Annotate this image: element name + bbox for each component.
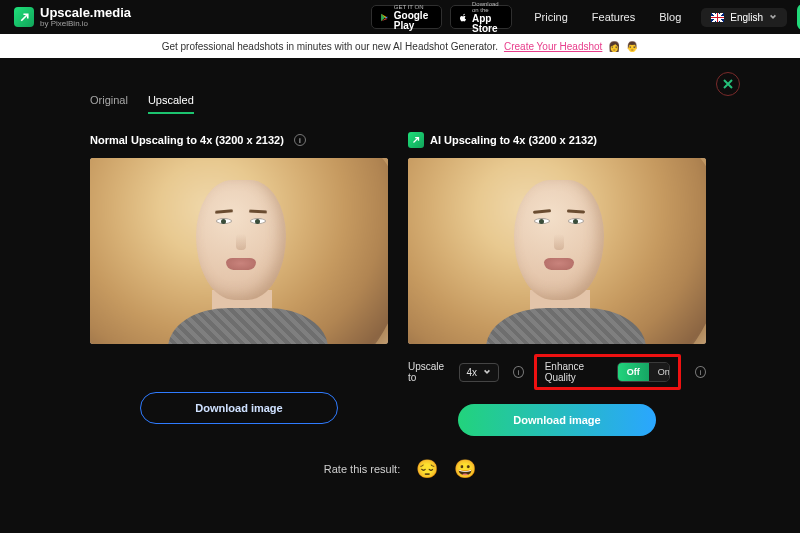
chevron-down-icon xyxy=(769,13,777,21)
tab-original[interactable]: Original xyxy=(90,94,128,114)
upscale-factor-value: 4x xyxy=(467,367,478,378)
brand-title: Upscale.media xyxy=(40,6,131,19)
app-store-badge[interactable]: Download on the App Store xyxy=(450,5,513,29)
rate-bad-emoji-icon[interactable]: 😔 xyxy=(416,458,438,480)
enhance-quality-toggle[interactable]: Off On xyxy=(617,362,671,382)
nav-pricing[interactable]: Pricing xyxy=(534,11,568,23)
info-icon[interactable]: i xyxy=(294,134,306,146)
upscale-factor-dropdown[interactable]: 4x xyxy=(459,363,500,382)
ai-upscale-icon xyxy=(408,132,424,148)
promo-text: Get professional headshots in minutes wi… xyxy=(162,41,498,52)
info-icon[interactable]: i xyxy=(695,366,706,378)
info-icon[interactable]: i xyxy=(513,366,524,378)
normal-preview-image xyxy=(90,158,388,344)
apple-icon xyxy=(459,11,467,24)
appstore-big-text: App Store xyxy=(472,14,503,34)
upscale-arrow-icon xyxy=(14,7,34,27)
toggle-off[interactable]: Off xyxy=(618,363,649,381)
enhance-quality-highlight: Enhance Quality Off On xyxy=(534,354,682,390)
chevron-down-icon xyxy=(483,368,491,376)
ai-preview-image xyxy=(408,158,706,344)
upscale-to-label: Upscale to xyxy=(408,361,449,383)
play-small-text: GET IT ON xyxy=(394,4,433,10)
tab-upscaled[interactable]: Upscaled xyxy=(148,94,194,114)
nav-features[interactable]: Features xyxy=(592,11,635,23)
promo-link[interactable]: Create Your Headshot xyxy=(504,41,602,52)
close-button[interactable] xyxy=(716,72,740,96)
language-selector[interactable]: English xyxy=(701,8,787,27)
google-play-badge[interactable]: GET IT ON Google Play xyxy=(371,5,441,29)
brand-subtitle: by PixelBin.io xyxy=(40,20,131,28)
result-tabs: Original Upscaled xyxy=(90,94,740,114)
rate-result-row: Rate this result: 😔 😀 xyxy=(60,458,740,480)
promo-banner: Get professional headshots in minutes wi… xyxy=(0,34,800,58)
rate-label: Rate this result: xyxy=(324,463,400,475)
man-emoji-icon: 👨 xyxy=(626,41,638,52)
uk-flag-icon xyxy=(711,13,724,22)
close-icon xyxy=(723,79,733,89)
rate-good-emoji-icon[interactable]: 😀 xyxy=(454,458,476,480)
woman-emoji-icon: 👩 xyxy=(608,41,620,52)
google-play-icon xyxy=(380,11,389,24)
ai-upscale-column: AI Upscaling to 4x (3200 x 2132) Upscale… xyxy=(408,132,706,436)
nav-blog[interactable]: Blog xyxy=(659,11,681,23)
download-ai-button[interactable]: Download image xyxy=(458,404,656,436)
normal-upscale-title: Normal Upscaling to 4x (3200 x 2132) xyxy=(90,134,284,146)
play-big-text: Google Play xyxy=(394,11,433,31)
appstore-small-text: Download on the xyxy=(472,1,503,13)
toggle-on[interactable]: On xyxy=(649,363,671,381)
ai-upscale-title: AI Upscaling to 4x (3200 x 2132) xyxy=(430,134,597,146)
top-navbar: Upscale.media by PixelBin.io GET IT ON G… xyxy=(0,0,800,34)
enhance-quality-label: Enhance Quality xyxy=(545,361,607,383)
brand-logo[interactable]: Upscale.media by PixelBin.io xyxy=(14,6,131,28)
download-normal-button[interactable]: Download image xyxy=(140,392,338,424)
normal-upscale-column: Normal Upscaling to 4x (3200 x 2132) i D… xyxy=(90,132,388,436)
language-label: English xyxy=(730,12,763,23)
